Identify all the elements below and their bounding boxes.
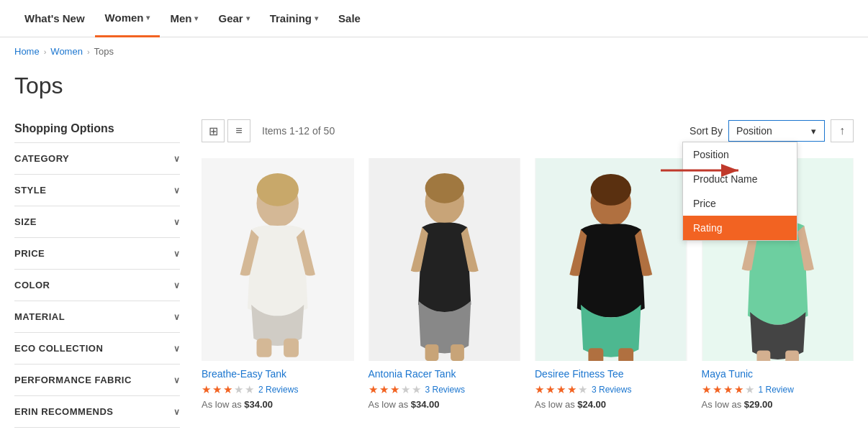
nav-gear[interactable]: Gear ▾	[208, 0, 259, 37]
star-5: ★	[245, 383, 254, 396]
breadcrumb-women[interactable]: Women	[50, 46, 83, 57]
star-5: ★	[412, 383, 421, 396]
star-3: ★	[723, 383, 733, 396]
chevron-down-icon: ▾	[246, 14, 250, 22]
filter-material-header[interactable]: MATERIAL ∨	[14, 301, 180, 332]
top-navigation: What's New Women ▾ Men ▾ Gear ▾ Training…	[0, 0, 868, 37]
chevron-down-icon: ∨	[173, 375, 181, 385]
product-price: As low as $34.00	[202, 399, 354, 410]
star-2: ★	[379, 383, 389, 396]
product-name[interactable]: Maya Tunic	[702, 368, 854, 380]
chevron-down-icon: ▾	[315, 14, 318, 22]
nav-whats-new[interactable]: What's New	[14, 0, 95, 37]
filter-size: SIZE ∨	[14, 206, 180, 238]
nav-men[interactable]: Men ▾	[160, 0, 208, 37]
breadcrumb-sep: ›	[44, 47, 47, 56]
list-view-button[interactable]: ≡	[227, 119, 250, 142]
star-3: ★	[390, 383, 399, 396]
star-3: ★	[556, 383, 566, 396]
star-5: ★	[578, 383, 587, 396]
filter-erin-header[interactable]: ERIN RECOMMENDS ∨	[14, 396, 180, 427]
star-4: ★	[401, 383, 410, 396]
filter-perf-header[interactable]: PERFORMANCE FABRIC ∨	[14, 365, 180, 395]
chevron-down-icon: ∨	[173, 217, 181, 227]
breadcrumb: Home › Women › Tops	[0, 37, 868, 65]
star-1: ★	[702, 383, 711, 396]
filter-color-header[interactable]: COLOR ∨	[14, 270, 180, 301]
star-2: ★	[713, 383, 722, 396]
view-toggle: ⊞ ≡	[202, 119, 250, 142]
sort-dropdown: Position Product Name Price Rating	[682, 142, 797, 241]
filter-style-header[interactable]: STYLE ∨	[14, 175, 180, 206]
product-image	[369, 158, 521, 361]
toolbar: ⊞ ≡ Items 1-12 of 50 Sort By Position Pr…	[202, 111, 854, 151]
breadcrumb-home[interactable]: Home	[14, 46, 40, 57]
breadcrumb-sep: ›	[87, 47, 90, 56]
page-title: Tops	[0, 65, 868, 111]
main-content: ⊞ ≡ Items 1-12 of 50 Sort By Position Pr…	[194, 111, 854, 428]
chevron-down-icon: ∨	[173, 407, 181, 417]
chevron-down-icon: ∨	[173, 154, 181, 164]
grid-view-button[interactable]: ⊞	[202, 119, 225, 142]
product-rating: ★ ★ ★ ★ ★ 3 Reviews	[369, 383, 521, 396]
product-price: As low as $29.00	[702, 399, 854, 410]
svg-rect-16	[618, 348, 633, 361]
product-card: Breathe-Easy Tank ★ ★ ★ ★ ★ 2 Reviews As…	[202, 158, 354, 410]
svg-rect-10	[425, 344, 438, 361]
filter-erin-recommends: ERIN RECOMMENDS ∨	[14, 396, 180, 428]
filter-performance-fabric: PERFORMANCE FABRIC ∨	[14, 365, 180, 396]
chevron-down-icon: ∨	[173, 249, 181, 259]
filter-category: CATEGORY ∨	[14, 143, 180, 175]
star-2: ★	[546, 383, 555, 396]
sort-option-position[interactable]: Position	[683, 142, 797, 167]
svg-rect-5	[257, 339, 272, 357]
filter-size-header[interactable]: SIZE ∨	[14, 206, 180, 237]
svg-rect-11	[451, 344, 464, 361]
filter-price: PRICE ∨	[14, 238, 180, 270]
sort-label: Sort By	[690, 125, 723, 137]
review-link[interactable]: 3 Reviews	[592, 385, 631, 395]
shopping-options-title: Shopping Options	[14, 111, 180, 143]
product-name[interactable]: Desiree Fitness Tee	[535, 368, 687, 380]
star-5: ★	[745, 383, 754, 396]
nav-training[interactable]: Training ▾	[260, 0, 328, 37]
chevron-down-icon: ▾	[194, 14, 198, 22]
svg-rect-6	[284, 339, 299, 357]
breadcrumb-current: Tops	[94, 46, 114, 57]
filter-color: COLOR ∨	[14, 270, 180, 301]
nav-sale[interactable]: Sale	[328, 0, 371, 37]
sidebar: Shopping Options CATEGORY ∨ STYLE ∨ SIZE…	[14, 111, 194, 428]
sort-option-rating[interactable]: Rating	[683, 216, 797, 240]
chevron-down-icon: ∨	[173, 280, 181, 290]
review-link[interactable]: 1 Review	[759, 385, 794, 395]
nav-women[interactable]: Women ▾	[95, 0, 161, 37]
product-card: Desiree Fitness Tee ★ ★ ★ ★ ★ 3 Reviews …	[535, 158, 687, 410]
filter-material: MATERIAL ∨	[14, 301, 180, 333]
filter-category-header[interactable]: CATEGORY ∨	[14, 143, 180, 174]
svg-point-4	[257, 173, 299, 206]
star-3: ★	[223, 383, 232, 396]
product-name[interactable]: Breathe-Easy Tank	[202, 368, 354, 380]
filter-eco-header[interactable]: ECO COLLECTION ∨	[14, 333, 180, 364]
product-rating: ★ ★ ★ ★ ★ 1 Review	[702, 383, 854, 396]
svg-rect-20	[756, 350, 770, 361]
product-name[interactable]: Antonia Racer Tank	[369, 368, 521, 380]
items-count: Items 1-12 of 50	[262, 125, 682, 137]
product-price: As low as $34.00	[369, 399, 521, 410]
chevron-down-icon: ▾	[146, 14, 150, 22]
sort-asc-button[interactable]: ↑	[831, 119, 854, 142]
svg-rect-15	[588, 348, 603, 361]
sort-option-price[interactable]: Price	[683, 191, 797, 216]
sort-option-product-name[interactable]: Product Name	[683, 167, 797, 191]
product-rating: ★ ★ ★ ★ ★ 2 Reviews	[202, 383, 354, 396]
product-image	[535, 158, 687, 361]
filter-eco-collection: ECO COLLECTION ∨	[14, 333, 180, 365]
filter-price-header[interactable]: PRICE ∨	[14, 238, 180, 269]
star-4: ★	[567, 383, 577, 396]
review-link[interactable]: 3 Reviews	[425, 385, 465, 395]
review-link[interactable]: 2 Reviews	[258, 385, 298, 395]
star-1: ★	[369, 383, 378, 396]
filter-style: STYLE ∨	[14, 175, 180, 206]
svg-rect-21	[785, 350, 799, 361]
sort-select[interactable]: Position Product Name Price Rating	[728, 120, 825, 142]
